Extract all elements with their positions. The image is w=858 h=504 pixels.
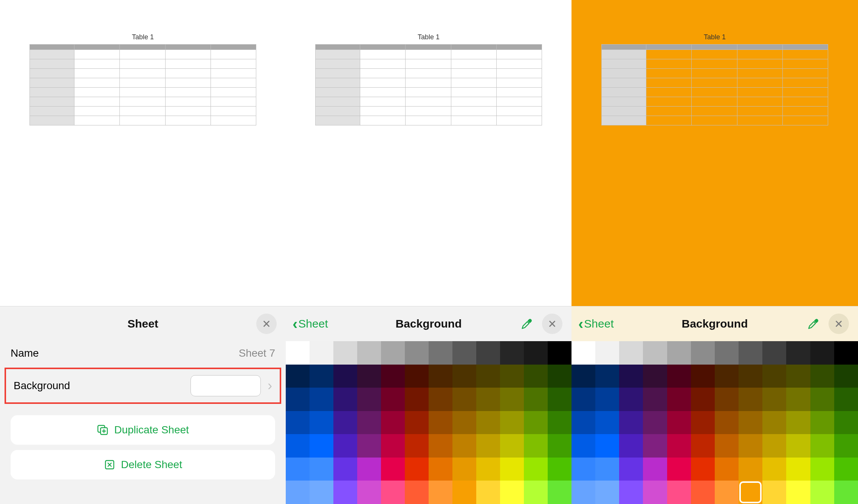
color-swatch[interactable]: [571, 481, 595, 504]
color-swatch[interactable]: [571, 411, 595, 434]
color-swatch[interactable]: [548, 434, 571, 458]
color-swatch[interactable]: [476, 411, 500, 434]
color-swatch[interactable]: [571, 434, 595, 458]
color-swatch[interactable]: [452, 434, 476, 458]
color-swatch[interactable]: [452, 388, 476, 411]
color-swatch[interactable]: [452, 411, 476, 434]
color-swatch[interactable]: [762, 458, 786, 481]
color-swatch[interactable]: [310, 411, 333, 434]
color-swatch[interactable]: [286, 341, 310, 365]
color-swatch[interactable]: [762, 411, 786, 434]
color-swatch[interactable]: [357, 411, 381, 434]
color-swatch[interactable]: [429, 341, 452, 365]
color-swatch[interactable]: [691, 411, 715, 434]
color-swatch[interactable]: [619, 481, 643, 504]
color-swatch[interactable]: [571, 341, 595, 365]
color-swatch[interactable]: [715, 388, 739, 411]
color-swatch[interactable]: [715, 411, 739, 434]
color-swatch[interactable]: [381, 388, 405, 411]
color-swatch[interactable]: [834, 388, 858, 411]
color-swatch[interactable]: [667, 388, 691, 411]
color-swatch[interactable]: [405, 388, 429, 411]
color-swatch[interactable]: [310, 341, 333, 365]
color-swatch[interactable]: [429, 458, 452, 481]
color-swatch[interactable]: [715, 481, 739, 504]
color-swatch[interactable]: [286, 388, 310, 411]
color-swatch[interactable]: [476, 365, 500, 388]
color-swatch[interactable]: [500, 365, 524, 388]
color-swatch[interactable]: [524, 434, 548, 458]
color-swatch[interactable]: [691, 365, 715, 388]
close-button[interactable]: [256, 314, 277, 334]
color-swatch[interactable]: [571, 388, 595, 411]
color-swatch[interactable]: [643, 411, 667, 434]
color-swatch[interactable]: [500, 341, 524, 365]
color-swatch[interactable]: [643, 341, 667, 365]
color-swatch[interactable]: [786, 388, 810, 411]
color-swatch[interactable]: [524, 458, 548, 481]
color-swatch[interactable]: [310, 388, 333, 411]
color-swatch[interactable]: [643, 434, 667, 458]
color-swatch[interactable]: [762, 434, 786, 458]
color-swatch[interactable]: [405, 481, 429, 504]
color-swatch[interactable]: [571, 365, 595, 388]
back-button[interactable]: ‹ Sheet: [293, 306, 328, 341]
color-swatch[interactable]: [548, 458, 571, 481]
color-swatch[interactable]: [643, 388, 667, 411]
color-swatch[interactable]: [357, 481, 381, 504]
duplicate-sheet-button[interactable]: Duplicate Sheet: [11, 415, 275, 445]
canvas-area[interactable]: Table 1 /*rows*/: [0, 0, 286, 306]
color-swatch[interactable]: [333, 365, 357, 388]
color-swatch[interactable]: [667, 341, 691, 365]
color-swatch[interactable]: [715, 365, 739, 388]
color-swatch[interactable]: [595, 341, 619, 365]
color-swatch[interactable]: [571, 458, 595, 481]
canvas-area[interactable]: Table 1: [571, 0, 858, 306]
color-swatch[interactable]: [834, 481, 858, 504]
background-swatch[interactable]: [190, 375, 261, 396]
color-swatch[interactable]: [595, 365, 619, 388]
color-swatch[interactable]: [333, 481, 357, 504]
color-swatch[interactable]: [619, 365, 643, 388]
color-swatch[interactable]: [381, 341, 405, 365]
color-swatch[interactable]: [834, 341, 858, 365]
color-swatch[interactable]: [762, 388, 786, 411]
color-swatch[interactable]: [643, 458, 667, 481]
color-swatch[interactable]: [619, 434, 643, 458]
color-swatch[interactable]: [595, 481, 619, 504]
color-swatch[interactable]: [476, 388, 500, 411]
color-swatch[interactable]: [810, 388, 834, 411]
color-swatch[interactable]: [381, 411, 405, 434]
color-swatch[interactable]: [381, 481, 405, 504]
color-swatch[interactable]: [667, 411, 691, 434]
eyedropper-icon[interactable]: [807, 317, 820, 331]
color-swatch[interactable]: [405, 434, 429, 458]
color-swatch[interactable]: [333, 411, 357, 434]
color-swatch[interactable]: [619, 341, 643, 365]
color-swatch[interactable]: [595, 458, 619, 481]
color-swatch[interactable]: [548, 341, 571, 365]
color-swatch[interactable]: [548, 481, 571, 504]
color-swatch[interactable]: [786, 365, 810, 388]
color-swatch[interactable]: [786, 434, 810, 458]
color-swatch[interactable]: [619, 388, 643, 411]
color-swatch[interactable]: [834, 411, 858, 434]
color-grid[interactable]: [571, 341, 858, 504]
color-swatch[interactable]: [405, 365, 429, 388]
color-swatch[interactable]: [333, 434, 357, 458]
color-swatch[interactable]: [381, 434, 405, 458]
color-swatch[interactable]: [810, 434, 834, 458]
color-swatch[interactable]: [357, 388, 381, 411]
color-swatch[interactable]: [286, 411, 310, 434]
color-swatch[interactable]: [739, 411, 762, 434]
close-button[interactable]: [829, 314, 849, 334]
color-swatch[interactable]: [715, 458, 739, 481]
color-swatch[interactable]: [834, 458, 858, 481]
color-swatch[interactable]: [452, 481, 476, 504]
color-swatch[interactable]: [357, 365, 381, 388]
color-swatch[interactable]: [691, 434, 715, 458]
color-swatch[interactable]: [667, 434, 691, 458]
color-swatch[interactable]: [500, 411, 524, 434]
color-swatch[interactable]: [310, 458, 333, 481]
color-swatch[interactable]: [619, 458, 643, 481]
